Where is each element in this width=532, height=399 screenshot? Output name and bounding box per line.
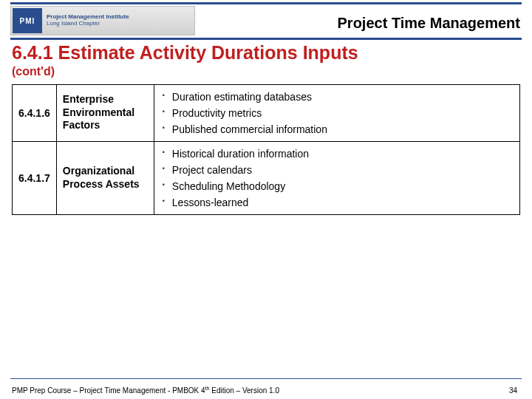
slide: PMI Project Management Institute Long Is… <box>0 0 532 399</box>
inputs-table: 6.4.1.6 Enterprise Environmental Factors… <box>12 84 520 215</box>
row-index: 6.4.1.7 <box>13 141 57 214</box>
list-item: Project calendars <box>160 162 514 178</box>
row-name: Enterprise Environmental Factors <box>56 84 154 141</box>
content: 6.4.1 Estimate Activity Durations Inputs… <box>0 40 532 399</box>
header-title: Project Time Management <box>338 15 520 32</box>
row-desc: Duration estimating databases Productivi… <box>154 84 519 141</box>
page-number: 34 <box>509 386 517 395</box>
list-item: Lessons-learned <box>160 194 514 211</box>
footer: PMP Prep Course – Project Time Managemen… <box>0 378 532 399</box>
footer-text: PMP Prep Course – Project Time Managemen… <box>12 386 279 395</box>
pmi-logo: PMI Project Management Institute Long Is… <box>10 6 195 35</box>
header-rule <box>10 38 522 40</box>
list-item: Scheduling Methodology <box>160 178 514 194</box>
list-item: Historical duration information <box>160 146 514 162</box>
header: PMI Project Management Institute Long Is… <box>0 0 532 40</box>
section-subtitle: (cont'd) <box>12 65 520 78</box>
pmi-logo-text: Project Management Institute Long Island… <box>47 14 129 27</box>
footer-text-post: Edition – Version 1.0 <box>209 386 279 395</box>
footer-rule <box>10 378 522 379</box>
list-item: Duration estimating databases <box>160 89 514 105</box>
row-name: Organizational Process Assets <box>56 141 154 214</box>
row-desc: Historical duration information Project … <box>154 141 519 214</box>
list-item: Published commercial information <box>160 121 514 137</box>
top-rule <box>10 2 522 4</box>
logo-line2: Long Island Chapter <box>47 21 129 27</box>
list-item: Productivity metrics <box>160 105 514 121</box>
pmi-logo-icon: PMI <box>13 8 42 33</box>
table-row: 6.4.1.6 Enterprise Environmental Factors… <box>13 84 520 141</box>
footer-text-pre: PMP Prep Course – Project Time Managemen… <box>12 386 205 395</box>
section-title: 6.4.1 Estimate Activity Durations Inputs <box>12 43 520 64</box>
table-row: 6.4.1.7 Organizational Process Assets Hi… <box>13 141 520 214</box>
row-index: 6.4.1.6 <box>13 84 57 141</box>
